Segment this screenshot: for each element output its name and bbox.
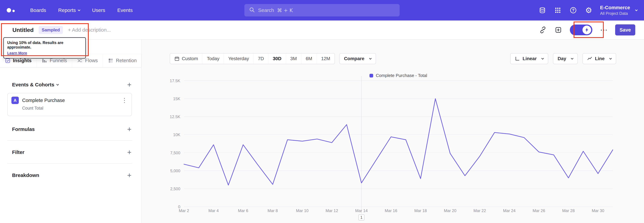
svg-text:Mar 24: Mar 24: [503, 208, 516, 213]
svg-text:Mar 6: Mar 6: [238, 208, 248, 213]
svg-text:17.5K: 17.5K: [170, 78, 180, 83]
search-placeholder: Search: [258, 8, 274, 13]
range-custom[interactable]: Custom: [170, 53, 202, 64]
project-name: E-Commerce: [600, 5, 630, 11]
data-management-icon[interactable]: [538, 6, 546, 14]
tab-retention[interactable]: Retention: [103, 54, 142, 67]
nav-item-boards[interactable]: Boards: [30, 8, 46, 13]
formulas-header: Formulas: [12, 126, 35, 132]
range-3m[interactable]: 3M: [286, 53, 301, 64]
chevron-down-icon: [635, 9, 638, 11]
svg-text:Mar 26: Mar 26: [533, 208, 545, 213]
svg-text:Mar 10: Mar 10: [296, 208, 308, 213]
insights-report-page: Boards Reports Users Events Search ⌘ + K…: [0, 0, 644, 223]
search-input[interactable]: Search ⌘ + K: [244, 4, 400, 17]
chart-display-controls: Linear Day Line: [510, 53, 616, 64]
lightning-bolt-icon: [584, 27, 589, 32]
line-chart-icon: [587, 56, 592, 61]
help-icon[interactable]: ?: [569, 6, 577, 14]
nav-item-events[interactable]: Events: [117, 8, 133, 13]
svg-text:7,500: 7,500: [170, 151, 180, 155]
project-switcher[interactable]: E-Commerce All Project Data: [600, 5, 637, 16]
add-breakdown-button[interactable]: +: [127, 172, 132, 179]
nav-item-reports[interactable]: Reports: [58, 8, 80, 13]
add-to-board-icon[interactable]: [554, 26, 562, 34]
project-scope: All Project Data: [600, 11, 630, 16]
events-cohorts-header[interactable]: Events & Cohorts: [12, 82, 58, 87]
linear-axis-icon: [515, 56, 520, 61]
tab-label: Funnels: [50, 58, 67, 63]
date-range-controls: Custom Today Yesterday 7D 30D 3M 6M 12M …: [170, 53, 376, 64]
primary-nav: Boards Reports Users Events: [30, 8, 133, 13]
toggle-knob: [582, 26, 591, 34]
svg-text:Mar 20: Mar 20: [444, 208, 456, 213]
svg-text:Mar 12: Mar 12: [326, 208, 338, 213]
svg-text:2,500: 2,500: [170, 186, 180, 191]
event-card-row: A Complete Purchase ⋮: [8, 93, 132, 104]
filter-header: Filter: [12, 149, 24, 155]
add-formula-button[interactable]: +: [127, 126, 132, 133]
sampling-toggle[interactable]: [570, 25, 592, 35]
gear-icon[interactable]: ⚙: [585, 6, 593, 14]
search-icon: [249, 7, 255, 14]
more-options-button[interactable]: ⋯: [600, 26, 608, 34]
svg-text:15K: 15K: [173, 96, 180, 101]
range-yesterday[interactable]: Yesterday: [224, 53, 254, 64]
search-shortcut: ⌘ + K: [277, 8, 293, 13]
svg-text:Mar 2: Mar 2: [179, 208, 189, 213]
breakdown-header: Breakdown: [12, 172, 39, 178]
top-navbar: Boards Reports Users Events Search ⌘ + K…: [0, 0, 644, 21]
events-cohorts-row: Events & Cohorts +: [12, 81, 132, 88]
apps-grid-icon[interactable]: [554, 6, 562, 14]
chart-type-button[interactable]: Line: [582, 53, 616, 64]
calendar-icon: [174, 56, 180, 61]
learn-more-link[interactable]: Learn More: [7, 51, 27, 55]
tab-label: Insights: [13, 58, 32, 63]
chevron-down-icon: [571, 57, 574, 59]
range-30d[interactable]: 30D: [268, 53, 286, 64]
svg-text:Mar 18: Mar 18: [414, 208, 427, 213]
svg-text:?: ?: [572, 8, 574, 13]
tab-label: Retention: [116, 58, 137, 63]
formulas-row: Formulas +: [12, 126, 132, 133]
save-button[interactable]: Save: [615, 24, 635, 36]
share-link-icon[interactable]: [539, 26, 547, 34]
tooltip-text: Using 10% of data. Results are approxima…: [7, 41, 82, 50]
line-chart[interactable]: 17.5K15K12.5K10K7,5005,0002,5000Mar 2Mar…: [160, 72, 621, 217]
add-filter-button[interactable]: +: [127, 149, 132, 156]
query-sidebar: Insights Funnels Flows Retention Events …: [0, 40, 142, 223]
tab-label: Flows: [85, 58, 98, 63]
nav-item-users[interactable]: Users: [92, 8, 105, 13]
event-menu-button[interactable]: ⋮: [122, 97, 128, 103]
mixpanel-logo[interactable]: [7, 8, 15, 13]
range-6m[interactable]: 6M: [301, 53, 317, 64]
add-event-button[interactable]: +: [127, 81, 132, 88]
svg-text:Mar 16: Mar 16: [385, 208, 397, 213]
svg-text:Mar 30: Mar 30: [592, 208, 604, 213]
compare-button[interactable]: Compare: [339, 53, 376, 64]
range-12m[interactable]: 12M: [317, 53, 334, 64]
report-title[interactable]: Untitled: [12, 27, 34, 33]
range-today[interactable]: Today: [202, 53, 224, 64]
date-range-segmented: Custom Today Yesterday 7D 30D 3M 6M 12M: [170, 53, 335, 64]
breakdown-row: Breakdown +: [12, 172, 132, 179]
chevron-down-icon: [609, 57, 612, 59]
event-card[interactable]: A Complete Purchase ⋮ Count Total: [8, 93, 132, 116]
scale-button[interactable]: Linear: [510, 53, 548, 64]
report-title-group: Untitled Sampled + Add description...: [12, 26, 111, 34]
sampled-badge[interactable]: Sampled: [39, 26, 63, 34]
flows-icon: [77, 58, 82, 63]
event-name: Complete Purchase: [22, 98, 118, 103]
chart-annotation-badge[interactable]: 1: [358, 214, 364, 220]
add-description-button[interactable]: + Add description...: [68, 27, 111, 33]
chevron-down-icon: [369, 57, 372, 59]
funnels-icon: [42, 58, 47, 63]
chart-panel: Custom Today Yesterday 7D 30D 3M 6M 12M …: [142, 40, 644, 223]
svg-text:Mar 4: Mar 4: [208, 208, 219, 213]
chevron-down-icon: [78, 9, 80, 11]
granularity-button[interactable]: Day: [553, 53, 578, 64]
sampling-tooltip: Using 10% of data. Results are approxima…: [3, 37, 86, 58]
range-7d[interactable]: 7D: [254, 53, 268, 64]
svg-text:Mar 28: Mar 28: [562, 208, 575, 213]
event-metric-selector[interactable]: Count Total: [22, 106, 132, 110]
